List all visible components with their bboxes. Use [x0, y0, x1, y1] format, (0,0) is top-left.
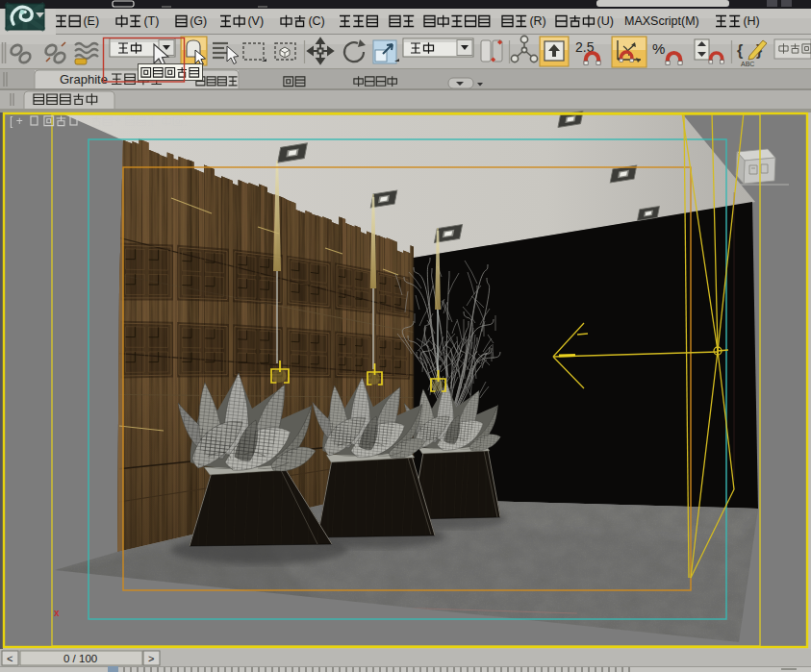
svg-text:{: { [737, 42, 743, 59]
svg-text:>: > [148, 653, 154, 664]
svg-text:+: + [115, 114, 121, 126]
svg-text:x: x [54, 608, 60, 618]
svg-text:(G): (G) [190, 14, 207, 28]
svg-text:(C): (C) [308, 14, 324, 28]
svg-text:ABC: ABC [741, 61, 754, 67]
svg-text:(E): (E) [83, 14, 99, 28]
svg-text:%: % [652, 40, 665, 57]
svg-text:0 / 100: 0 / 100 [63, 653, 97, 664]
svg-text:(T): (T) [143, 14, 159, 28]
svg-text:]: ] [185, 114, 188, 126]
svg-text:(V): (V) [247, 14, 264, 28]
svg-text:[ +: [ + [10, 114, 23, 128]
svg-text:MAXScript(M): MAXScript(M) [624, 14, 699, 28]
svg-text:(R): (R) [529, 14, 545, 28]
svg-text:(H): (H) [743, 14, 759, 28]
svg-text:(U): (U) [597, 14, 614, 28]
svg-text:<: < [7, 653, 13, 664]
svg-text:Graphite: Graphite [60, 72, 108, 87]
svg-text:][: ][ [148, 114, 154, 126]
